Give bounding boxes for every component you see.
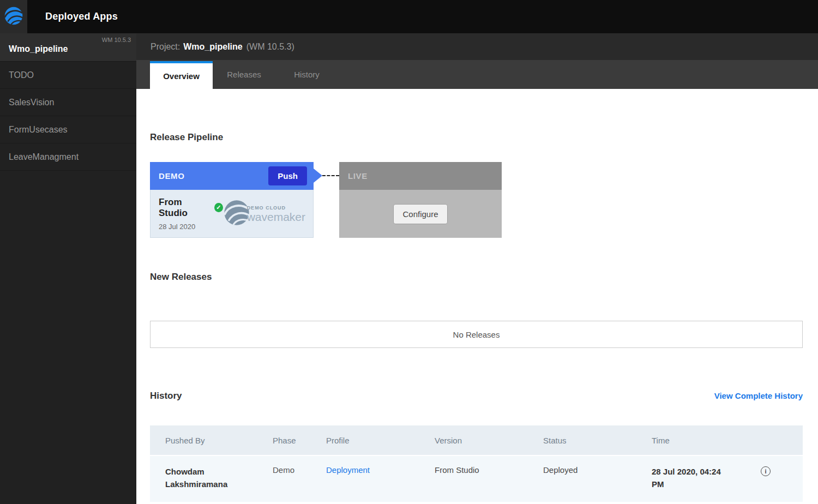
project-version: (WM 10.5.3)	[246, 42, 294, 52]
history-heading: History	[150, 391, 182, 401]
deploy-date: 28 Jul 2020	[159, 223, 223, 231]
tab-history[interactable]: History	[275, 60, 338, 89]
release-pipeline-heading: Release Pipeline	[150, 132, 803, 143]
main-layout: Wmo_pipeline WM 10.5.3 TODO SalesVision …	[0, 33, 818, 504]
demo-stage-title: DEMO	[159, 171, 184, 181]
overview-content: Release Pipeline DEMO Push From Studio ✓	[136, 89, 818, 504]
info-circle-icon[interactable]: i	[761, 466, 771, 476]
configure-button[interactable]: Configure	[393, 204, 447, 224]
wavemaker-wave-icon	[223, 199, 250, 229]
column-header-status: Status	[528, 436, 636, 445]
demo-stage-header: DEMO Push	[150, 162, 314, 190]
table-row: Chowdam Lakshmiramana Demo Deployment Fr…	[150, 455, 803, 502]
release-pipeline: DEMO Push From Studio ✓ 28 Jul 2020	[150, 162, 803, 238]
tab-releases[interactable]: Releases	[213, 60, 275, 89]
history-header: History View Complete History	[150, 391, 803, 401]
row-status: Deployed	[528, 465, 636, 475]
row-pushed-by: Chowdam Lakshmiramana	[165, 467, 227, 489]
sidebar-item-leavemanagment[interactable]: LeaveManagment	[0, 143, 136, 171]
app-logo[interactable]	[0, 0, 27, 33]
live-stage-header: LIVE	[339, 162, 502, 190]
project-prefix: Project:	[151, 42, 180, 52]
no-releases-text: No Releases	[453, 330, 500, 339]
row-profile-link[interactable]: Deployment	[326, 465, 370, 475]
logo-wavemaker-label: wavemaker	[247, 211, 305, 223]
live-stage-title: LIVE	[348, 171, 368, 181]
row-version: From Studio	[419, 465, 528, 475]
column-header-phase: Phase	[257, 436, 311, 445]
pipeline-connector	[314, 169, 339, 183]
row-time: 28 Jul 2020, 04:24 PM	[652, 465, 733, 490]
tab-overview[interactable]: Overview	[150, 61, 213, 89]
history-table: Pushed By Phase Profile Version Status T…	[150, 425, 803, 502]
logo-demo-cloud-label: DEMO CLOUD	[247, 205, 305, 211]
demo-deploy-info: From Studio ✓ 28 Jul 2020	[159, 197, 223, 231]
sidebar-item-label: Wmo_pipeline	[9, 44, 68, 53]
wavemaker-wave-icon	[4, 6, 23, 28]
new-releases-heading: New Releases	[150, 272, 803, 283]
page-title: Deployed Apps	[45, 11, 118, 22]
sidebar-item-label: FormUsecases	[9, 125, 68, 134]
projects-sidebar: Wmo_pipeline WM 10.5.3 TODO SalesVision …	[0, 33, 136, 504]
live-stage-body: Configure	[339, 190, 502, 238]
sidebar-item-version: WM 10.5.3	[102, 37, 131, 43]
live-stage-card: LIVE Configure	[339, 162, 502, 238]
dashed-connector-line	[322, 175, 339, 176]
view-complete-history-link[interactable]: View Complete History	[714, 391, 803, 400]
sidebar-item-label: TODO	[9, 70, 34, 80]
row-phase: Demo	[257, 465, 311, 475]
column-header-profile: Profile	[311, 436, 419, 445]
history-table-header: Pushed By Phase Profile Version Status T…	[150, 425, 803, 455]
sidebar-item-label: SalesVision	[9, 98, 54, 107]
no-releases-box: No Releases	[150, 321, 803, 348]
deploy-source-label: From Studio	[159, 197, 209, 219]
push-button[interactable]: Push	[268, 166, 307, 185]
top-bar: Deployed Apps	[0, 0, 818, 33]
sidebar-item-wmo-pipeline[interactable]: Wmo_pipeline WM 10.5.3	[0, 33, 136, 62]
sidebar-item-label: LeaveManagment	[9, 152, 79, 161]
check-circle-icon: ✓	[214, 203, 223, 212]
demo-stage-card: DEMO Push From Studio ✓ 28 Jul 2020	[150, 162, 314, 238]
demo-cloud-logo: DEMO CLOUD wavemaker	[223, 199, 305, 229]
column-header-pushed-by: Pushed By	[150, 436, 257, 445]
column-header-time: Time	[636, 436, 750, 445]
arrow-right-icon	[314, 169, 322, 183]
demo-stage-body: From Studio ✓ 28 Jul 2020	[150, 190, 314, 238]
main-panel: Project: Wmo_pipeline (WM 10.5.3) Overvi…	[136, 33, 818, 504]
project-name: Wmo_pipeline	[183, 42, 242, 52]
column-header-version: Version	[419, 436, 528, 445]
project-header: Project: Wmo_pipeline (WM 10.5.3)	[136, 33, 818, 60]
sidebar-item-formusecases[interactable]: FormUsecases	[0, 116, 136, 143]
sidebar-item-todo[interactable]: TODO	[0, 62, 136, 89]
sidebar-item-salesvision[interactable]: SalesVision	[0, 89, 136, 116]
tab-bar: Overview Releases History	[136, 60, 818, 89]
